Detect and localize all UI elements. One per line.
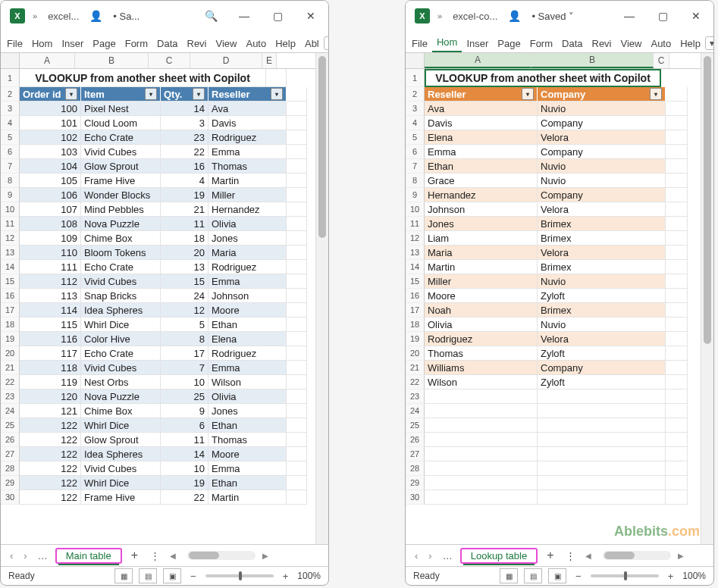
- cell[interactable]: 10: [161, 375, 209, 389]
- sheet-nav-next[interactable]: ›: [20, 550, 30, 561]
- row-header[interactable]: 14: [1, 260, 20, 274]
- cell[interactable]: 121: [20, 404, 81, 418]
- zoom-level[interactable]: 100%: [682, 571, 706, 581]
- cell[interactable]: Ethan: [425, 159, 538, 174]
- cell[interactable]: Company: [538, 361, 666, 375]
- cell[interactable]: Nest Orbs: [81, 375, 161, 389]
- column-header-A[interactable]: A: [20, 53, 75, 68]
- cell[interactable]: [538, 433, 666, 447]
- row-header[interactable]: 21: [1, 361, 20, 375]
- cell[interactable]: [425, 389, 538, 404]
- cell[interactable]: 9: [161, 404, 209, 418]
- row-header[interactable]: 25: [1, 418, 20, 433]
- ribbon-tab-data[interactable]: Data: [557, 35, 587, 52]
- ribbon-tab-abl[interactable]: Abl: [300, 35, 324, 52]
- cell[interactable]: [538, 389, 666, 404]
- view-pagebreak-icon[interactable]: ▣: [163, 568, 181, 583]
- cell[interactable]: 14: [161, 102, 209, 116]
- cell[interactable]: Rodriguez: [209, 346, 287, 361]
- row-header[interactable]: 21: [406, 361, 425, 375]
- row-header[interactable]: 29: [406, 476, 425, 490]
- cell[interactable]: Emma: [425, 145, 538, 159]
- row-header[interactable]: 5: [406, 130, 425, 145]
- row-header[interactable]: 29: [1, 476, 20, 490]
- cell[interactable]: 13: [161, 260, 209, 274]
- horizontal-scrollbar[interactable]: [603, 551, 671, 560]
- row-header[interactable]: 20: [406, 346, 425, 361]
- column-header-B[interactable]: B: [531, 53, 654, 68]
- cell[interactable]: Idea Spheres: [81, 303, 161, 317]
- row-header[interactable]: 22: [1, 375, 20, 389]
- cell[interactable]: Wilson: [425, 375, 538, 389]
- row-header[interactable]: 27: [406, 447, 425, 461]
- ribbon-overflow-icon[interactable]: ▾: [324, 36, 329, 50]
- filter-icon[interactable]: ▾: [650, 88, 662, 100]
- cell[interactable]: [425, 461, 538, 476]
- hscroll-right-icon[interactable]: ▶: [260, 552, 271, 560]
- cell[interactable]: 18: [161, 231, 209, 246]
- ribbon-tab-auto[interactable]: Auto: [646, 35, 676, 52]
- row-header[interactable]: 10: [1, 202, 20, 217]
- cell[interactable]: 22: [161, 145, 209, 159]
- filename[interactable]: excel...: [45, 11, 82, 22]
- cell[interactable]: Brimex: [538, 303, 666, 317]
- cell[interactable]: 24: [161, 289, 209, 303]
- ribbon-tab-page[interactable]: Page: [493, 35, 525, 52]
- cell[interactable]: Jones: [425, 217, 538, 231]
- cell[interactable]: 112: [20, 274, 81, 289]
- cell[interactable]: 19: [161, 476, 209, 490]
- cell[interactable]: Thomas: [209, 159, 287, 174]
- cell[interactable]: Chime Box: [81, 231, 161, 246]
- table-header[interactable]: Qty.▾: [161, 87, 209, 102]
- cell[interactable]: Maria: [209, 246, 287, 260]
- row-header[interactable]: 23: [1, 389, 20, 404]
- cell[interactable]: Mind Pebbles: [81, 202, 161, 217]
- cell[interactable]: Davis: [425, 116, 538, 130]
- cell[interactable]: Thomas: [209, 433, 287, 447]
- cell[interactable]: Echo Crate: [81, 346, 161, 361]
- cell[interactable]: 118: [20, 361, 81, 375]
- cell[interactable]: Ava: [209, 102, 287, 116]
- row-header[interactable]: 14: [406, 260, 425, 274]
- row-header[interactable]: 1: [406, 69, 425, 87]
- cell[interactable]: Frame Hive: [81, 174, 161, 188]
- cell[interactable]: 104: [20, 159, 81, 174]
- cell[interactable]: [666, 490, 688, 505]
- quick-access-more-icon[interactable]: »: [30, 11, 40, 20]
- ribbon-tab-hom[interactable]: Hom: [432, 33, 462, 52]
- row-header[interactable]: 12: [1, 231, 20, 246]
- share-icon[interactable]: 👤: [86, 10, 105, 22]
- cell[interactable]: Zyloft: [538, 375, 666, 389]
- view-pagebreak-icon[interactable]: ▣: [548, 568, 566, 583]
- row-header[interactable]: 24: [1, 404, 20, 418]
- cell[interactable]: Grace: [425, 174, 538, 188]
- cell[interactable]: 110: [20, 246, 81, 260]
- row-header[interactable]: 4: [1, 116, 20, 130]
- zoom-in-button[interactable]: +: [280, 571, 292, 582]
- ribbon-tab-form[interactable]: Form: [525, 35, 557, 52]
- cell[interactable]: Brimex: [538, 231, 666, 246]
- cell[interactable]: Emma: [209, 461, 287, 476]
- cell[interactable]: Johnson: [209, 289, 287, 303]
- cell[interactable]: Nuvio: [538, 174, 666, 188]
- cell[interactable]: [538, 461, 666, 476]
- cell[interactable]: Emma: [209, 145, 287, 159]
- table-header[interactable]: Company▾: [538, 87, 666, 102]
- cell[interactable]: Emma: [209, 274, 287, 289]
- cell[interactable]: 11: [161, 433, 209, 447]
- add-sheet-button[interactable]: +: [127, 549, 143, 562]
- cell[interactable]: Ava: [425, 102, 538, 116]
- cell[interactable]: 116: [20, 332, 81, 346]
- table-header[interactable]: Order id▾: [20, 87, 81, 102]
- cell[interactable]: Whirl Dice: [81, 476, 161, 490]
- row-header[interactable]: 10: [406, 202, 425, 217]
- cell[interactable]: Wilson: [209, 375, 287, 389]
- filter-icon[interactable]: ▾: [145, 88, 157, 100]
- row-header[interactable]: 8: [1, 174, 20, 188]
- cell[interactable]: Liam: [425, 231, 538, 246]
- cell[interactable]: [425, 433, 538, 447]
- table-header[interactable]: Reseller▾: [425, 87, 538, 102]
- table-header[interactable]: Reseller▾: [209, 87, 287, 102]
- view-normal-icon[interactable]: ▦: [500, 568, 518, 583]
- cell[interactable]: 12: [161, 303, 209, 317]
